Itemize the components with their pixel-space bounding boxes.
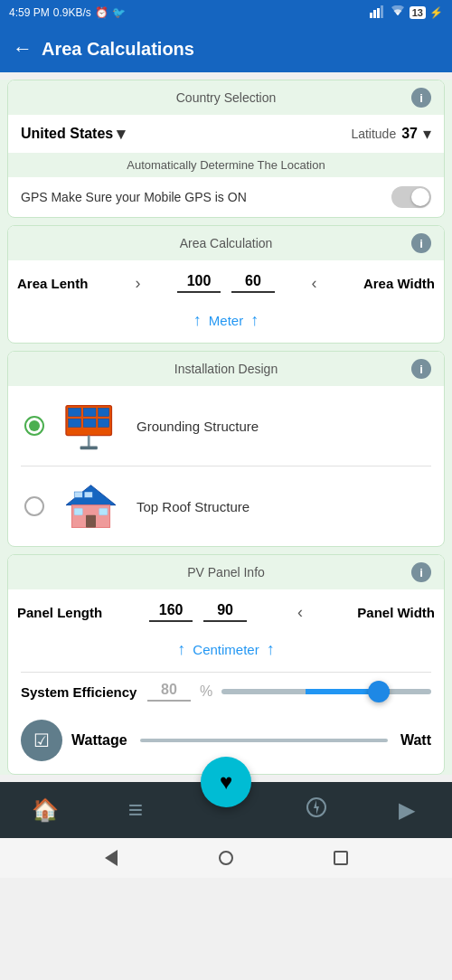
nav-home[interactable]: 🏠: [0, 782, 90, 838]
grounding-label: Grounding Structure: [137, 419, 259, 434]
svg-rect-6: [83, 408, 96, 416]
area-values: 100 60: [177, 273, 275, 293]
svg-rect-3: [381, 5, 383, 18]
nav-list[interactable]: ≡: [90, 782, 181, 838]
grounding-radio[interactable]: [24, 416, 44, 436]
svg-rect-11: [87, 435, 89, 447]
wattage-track: [140, 739, 388, 742]
pv-section: PV Panel Info i Panel Length 160 90 ‹ Pa…: [7, 554, 445, 775]
android-recents-button[interactable]: [333, 850, 349, 866]
solar-panel-icon: [59, 399, 122, 453]
back-triangle-icon: [105, 850, 118, 866]
svg-rect-14: [74, 492, 82, 497]
efficiency-label: System Efficiency: [21, 684, 138, 700]
battery-value: 13: [412, 7, 423, 18]
area-length-value[interactable]: 100: [177, 273, 221, 293]
country-dropdown[interactable]: United States ▾: [21, 124, 125, 144]
main-content: Country Selection i United States ▾ Lati…: [0, 80, 452, 775]
installation-section-header: Installation Design i: [8, 352, 444, 386]
roof-radio[interactable]: [24, 496, 44, 516]
checklist-icon: ☑: [33, 730, 50, 751]
status-network: 0.9KB/s: [53, 6, 91, 19]
bottom-nav: 🏠 ≡ ▶ ♥: [0, 782, 452, 838]
svg-rect-9: [83, 419, 96, 427]
meter-label: Meter: [209, 313, 243, 328]
toggle-knob: [411, 188, 429, 206]
panel-length-label: Panel Length: [17, 605, 102, 620]
nav-play[interactable]: ▶: [362, 782, 452, 838]
gps-toggle[interactable]: [391, 186, 431, 208]
area-input-row: Area Lenth › 100 60 ‹ Area Width: [8, 260, 444, 306]
watt-label: Watt: [400, 732, 431, 749]
slider-track: [221, 689, 431, 694]
pv-info-button[interactable]: i: [411, 562, 431, 582]
svg-rect-5: [68, 408, 80, 416]
bolt-icon: [306, 796, 327, 824]
latitude-dropdown-arrow[interactable]: ▾: [423, 124, 431, 144]
battery-container: 13: [410, 6, 426, 19]
installation-section: Installation Design i: [7, 351, 445, 547]
panel-width-label: Panel Width: [353, 605, 435, 620]
android-home-button[interactable]: [218, 850, 234, 866]
centimeter-label: Centimeter: [193, 642, 259, 657]
svg-rect-19: [99, 508, 107, 514]
panel-width-value[interactable]: 90: [203, 602, 247, 622]
meter-row: ↑ Meter ↑: [8, 306, 444, 343]
android-nav: [0, 838, 452, 878]
roof-label: Top Roof Structure: [137, 499, 250, 514]
twitter-icon: 🐦: [112, 6, 126, 19]
grounding-option[interactable]: Grounding Structure: [8, 386, 444, 466]
installation-info-button[interactable]: i: [411, 359, 431, 379]
panel-chevron-left[interactable]: ‹: [294, 603, 306, 622]
area-info-button[interactable]: i: [411, 233, 431, 253]
play-icon: ▶: [399, 797, 415, 823]
svg-rect-18: [74, 508, 82, 514]
wifi-icon: [390, 5, 406, 21]
area-length-label: Area Lenth: [17, 276, 99, 291]
area-width-value[interactable]: 60: [231, 273, 275, 293]
home-icon: 🏠: [32, 797, 59, 823]
nav-bar: ← Area Calculations: [0, 25, 452, 72]
installation-section-title: Installation Design: [41, 362, 411, 376]
recents-square-icon: [334, 851, 348, 865]
area-width-label: Area Width: [353, 276, 435, 291]
status-left: 4:59 PM 0.9KB/s ⏰ 🐦: [9, 6, 126, 19]
svg-rect-2: [377, 8, 380, 18]
auto-location-text: Automatically Determine The Location: [127, 158, 325, 172]
svg-rect-12: [80, 446, 97, 449]
width-chevron-left[interactable]: ‹: [308, 274, 321, 293]
centimeter-row: ↑ Centimeter ↑: [8, 635, 444, 672]
length-chevron-right[interactable]: ›: [132, 274, 145, 293]
svg-rect-7: [98, 408, 108, 416]
page-title: Area Calculations: [42, 39, 194, 60]
latitude-label: Latitude: [351, 127, 396, 141]
svg-rect-8: [68, 419, 80, 427]
fab-button[interactable]: ♥: [201, 757, 251, 807]
efficiency-row: System Efficiency 80 %: [8, 673, 444, 714]
back-button[interactable]: ←: [13, 37, 33, 61]
gps-row: GPS Make Sure your Mobile GPS is ON: [8, 177, 444, 217]
android-back-button[interactable]: [103, 850, 119, 866]
panel-input-row: Panel Length 160 90 ‹ Panel Width: [8, 589, 444, 635]
country-value: United States: [21, 126, 113, 142]
meter-up-arrow-right: ↑: [250, 311, 259, 330]
country-section-header: Country Selection i: [8, 80, 444, 115]
country-info-button[interactable]: i: [411, 88, 431, 108]
wattage-left: ☑ Wattage: [21, 720, 127, 761]
wattage-icon: ☑: [21, 720, 62, 761]
svg-rect-0: [370, 13, 372, 18]
efficiency-slider[interactable]: [221, 689, 431, 694]
nav-bolt[interactable]: [271, 782, 362, 838]
roof-option[interactable]: Top Roof Structure: [8, 466, 444, 546]
pv-section-title: PV Panel Info: [41, 565, 411, 580]
list-icon: ≡: [128, 796, 143, 825]
efficiency-value[interactable]: 80: [147, 682, 191, 702]
slider-thumb: [368, 681, 390, 702]
latitude-value: 37: [401, 126, 418, 142]
panel-length-value[interactable]: 160: [149, 602, 193, 622]
auto-location-bar: Automatically Determine The Location: [8, 153, 444, 177]
area-section-header: Area Calculation i: [8, 226, 444, 260]
grounding-radio-inner: [29, 420, 40, 431]
meter-up-arrow-left: ↑: [193, 311, 202, 330]
cm-up-arrow-left: ↑: [177, 640, 185, 659]
